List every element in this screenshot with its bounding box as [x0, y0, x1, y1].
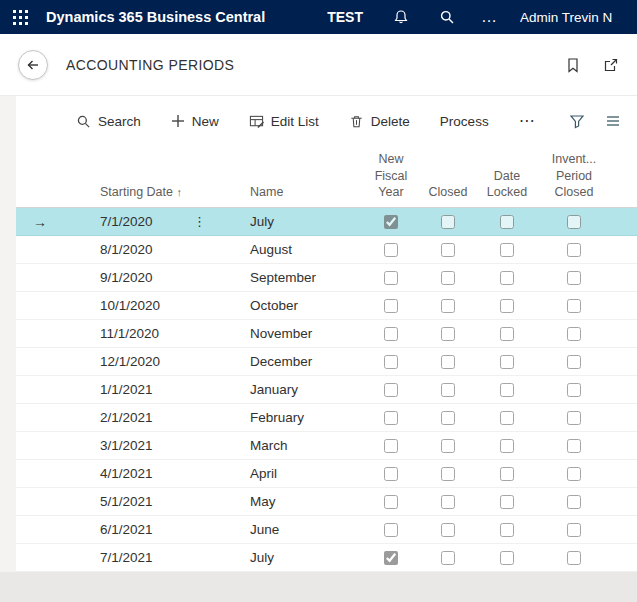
table-row[interactable]: 1/1/2021 January — [16, 376, 637, 404]
table-row[interactable]: 6/1/2021 June — [16, 516, 637, 544]
name-cell[interactable]: July — [250, 550, 362, 565]
inventory-period-closed-checkbox[interactable] — [567, 243, 581, 257]
name-cell[interactable]: July — [250, 214, 362, 229]
starting-date-cell[interactable]: 6/1/2021 — [100, 522, 250, 537]
inventory-period-closed-checkbox[interactable] — [567, 355, 581, 369]
closed-checkbox[interactable] — [441, 243, 455, 257]
table-row[interactable]: 10/1/2020 October — [16, 292, 637, 320]
table-row[interactable]: 9/1/2020 September — [16, 264, 637, 292]
open-in-new-window-icon[interactable] — [603, 57, 619, 73]
new-fiscal-year-checkbox[interactable] — [384, 411, 398, 425]
table-row[interactable]: → 7/1/2020 ⋮ July — [16, 208, 637, 236]
inventory-period-closed-checkbox[interactable] — [567, 215, 581, 229]
new-fiscal-year-checkbox[interactable] — [384, 383, 398, 397]
closed-checkbox[interactable] — [441, 271, 455, 285]
new-fiscal-year-checkbox[interactable] — [384, 299, 398, 313]
closed-checkbox[interactable] — [441, 467, 455, 481]
name-cell[interactable]: November — [250, 326, 362, 341]
starting-date-cell[interactable]: 7/1/2020 ⋮ — [100, 214, 250, 229]
name-cell[interactable]: May — [250, 494, 362, 509]
table-row[interactable]: 12/1/2020 December — [16, 348, 637, 376]
column-header-starting-date[interactable]: Starting Date ↑ — [100, 184, 250, 200]
date-locked-checkbox[interactable] — [500, 439, 514, 453]
table-row[interactable]: 7/1/2021 July — [16, 544, 637, 572]
inventory-period-closed-checkbox[interactable] — [567, 383, 581, 397]
closed-checkbox[interactable] — [441, 551, 455, 565]
inventory-period-closed-checkbox[interactable] — [567, 495, 581, 509]
date-locked-checkbox[interactable] — [500, 411, 514, 425]
starting-date-cell[interactable]: 8/1/2020 — [100, 242, 250, 257]
column-header-name[interactable]: Name — [250, 184, 362, 200]
inventory-period-closed-checkbox[interactable] — [567, 411, 581, 425]
date-locked-checkbox[interactable] — [500, 327, 514, 341]
starting-date-cell[interactable]: 1/1/2021 — [100, 382, 250, 397]
toolbar-more-button[interactable]: ⋯ — [519, 113, 535, 129]
date-locked-checkbox[interactable] — [500, 495, 514, 509]
table-row[interactable]: 5/1/2021 May — [16, 488, 637, 516]
new-button[interactable]: New — [171, 114, 219, 129]
inventory-period-closed-checkbox[interactable] — [567, 299, 581, 313]
topbar-more-button[interactable]: … — [481, 9, 498, 25]
inventory-period-closed-checkbox[interactable] — [567, 551, 581, 565]
inventory-period-closed-checkbox[interactable] — [567, 467, 581, 481]
user-menu[interactable]: Admin Trevin N — [520, 10, 637, 25]
closed-checkbox[interactable] — [441, 523, 455, 537]
starting-date-cell[interactable]: 11/1/2020 — [100, 326, 250, 341]
date-locked-checkbox[interactable] — [500, 523, 514, 537]
process-button[interactable]: Process — [440, 114, 489, 129]
name-cell[interactable]: September — [250, 270, 362, 285]
starting-date-cell[interactable]: 4/1/2021 — [100, 466, 250, 481]
date-locked-checkbox[interactable] — [500, 467, 514, 481]
column-header-date-locked[interactable]: Date Locked — [476, 168, 538, 201]
table-row[interactable]: 3/1/2021 March — [16, 432, 637, 460]
new-fiscal-year-checkbox[interactable] — [384, 243, 398, 257]
date-locked-checkbox[interactable] — [500, 271, 514, 285]
new-fiscal-year-checkbox[interactable] — [384, 523, 398, 537]
name-cell[interactable]: February — [250, 410, 362, 425]
inventory-period-closed-checkbox[interactable] — [567, 523, 581, 537]
table-row[interactable]: 11/1/2020 November — [16, 320, 637, 348]
name-cell[interactable]: December — [250, 354, 362, 369]
name-cell[interactable]: August — [250, 242, 362, 257]
closed-checkbox[interactable] — [441, 215, 455, 229]
closed-checkbox[interactable] — [441, 439, 455, 453]
column-header-new-fiscal-year[interactable]: New Fiscal Year — [362, 151, 420, 200]
table-row[interactable]: 2/1/2021 February — [16, 404, 637, 432]
closed-checkbox[interactable] — [441, 495, 455, 509]
topbar-search-button[interactable] — [439, 9, 455, 25]
date-locked-checkbox[interactable] — [500, 383, 514, 397]
environment-badge[interactable]: TEST — [327, 9, 363, 25]
date-locked-checkbox[interactable] — [500, 551, 514, 565]
delete-button[interactable]: Delete — [349, 114, 410, 129]
app-launcher-button[interactable] — [0, 0, 40, 34]
search-button[interactable]: Search — [76, 114, 141, 129]
row-kebab-menu-icon[interactable]: ⋮ — [193, 214, 206, 229]
table-row[interactable]: 8/1/2020 August — [16, 236, 637, 264]
name-cell[interactable]: March — [250, 438, 362, 453]
inventory-period-closed-checkbox[interactable] — [567, 271, 581, 285]
date-locked-checkbox[interactable] — [500, 299, 514, 313]
starting-date-cell[interactable]: 7/1/2021 — [100, 550, 250, 565]
new-fiscal-year-checkbox[interactable] — [384, 551, 398, 565]
name-cell[interactable]: October — [250, 298, 362, 313]
new-fiscal-year-checkbox[interactable] — [384, 355, 398, 369]
view-options-icon[interactable] — [605, 113, 621, 129]
starting-date-cell[interactable]: 2/1/2021 — [100, 410, 250, 425]
starting-date-cell[interactable]: 5/1/2021 — [100, 494, 250, 509]
name-cell[interactable]: January — [250, 382, 362, 397]
closed-checkbox[interactable] — [441, 355, 455, 369]
column-header-closed[interactable]: Closed — [420, 184, 476, 200]
name-cell[interactable]: June — [250, 522, 362, 537]
new-fiscal-year-checkbox[interactable] — [384, 495, 398, 509]
new-fiscal-year-checkbox[interactable] — [384, 439, 398, 453]
name-cell[interactable]: April — [250, 466, 362, 481]
inventory-period-closed-checkbox[interactable] — [567, 327, 581, 341]
date-locked-checkbox[interactable] — [500, 243, 514, 257]
starting-date-cell[interactable]: 12/1/2020 — [100, 354, 250, 369]
bookmark-icon[interactable] — [565, 57, 581, 73]
column-header-inventory-period-closed[interactable]: Invent... Period Closed — [538, 151, 610, 200]
date-locked-checkbox[interactable] — [500, 355, 514, 369]
starting-date-cell[interactable]: 10/1/2020 — [100, 298, 250, 313]
edit-list-button[interactable]: Edit List — [249, 114, 319, 129]
new-fiscal-year-checkbox[interactable] — [384, 215, 398, 229]
